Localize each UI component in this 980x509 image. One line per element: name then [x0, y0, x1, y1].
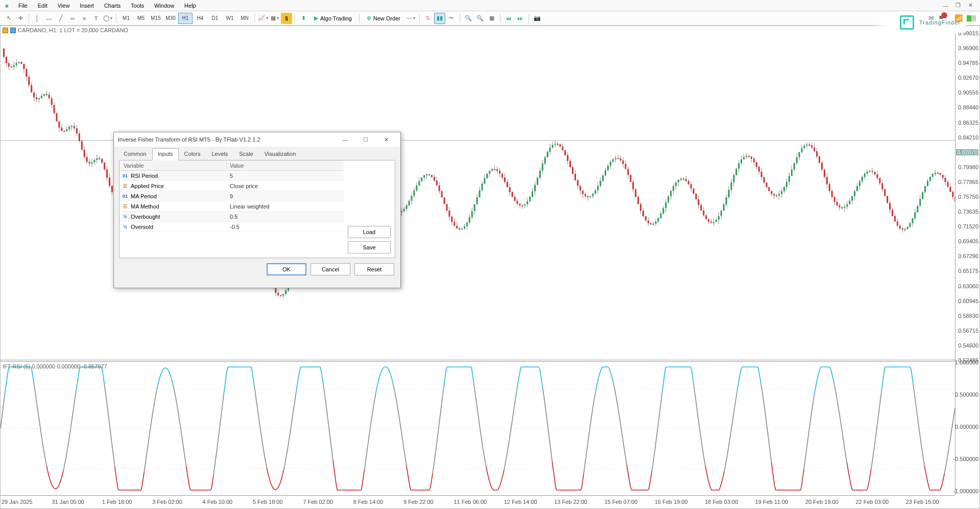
svg-line-1603: [882, 375, 883, 383]
svg-line-1019: [270, 481, 271, 484]
svg-rect-594: [748, 156, 750, 157]
timeframe-d1[interactable]: D1: [208, 13, 222, 24]
text-tool-icon[interactable]: T: [90, 13, 102, 24]
timeframe-m15[interactable]: M15: [149, 13, 163, 24]
trendline-tool-icon[interactable]: ╱: [55, 13, 66, 24]
dialog-maximize-icon[interactable]: ☐: [355, 133, 376, 146]
dollar-icon[interactable]: $: [281, 13, 292, 24]
menu-view[interactable]: View: [53, 1, 75, 10]
svg-rect-646: [814, 148, 815, 151]
shapes-tool-icon[interactable]: ◯: [102, 13, 113, 24]
time-tick: 9 Feb 22:00: [402, 496, 452, 508]
cancel-button[interactable]: Cancel: [310, 263, 350, 275]
svg-line-1240: [502, 475, 503, 479]
param-value[interactable]: 5: [227, 173, 344, 179]
tab-levels[interactable]: Levels: [206, 148, 233, 160]
tab-colors[interactable]: Colors: [179, 148, 206, 160]
load-button[interactable]: Load: [348, 226, 391, 238]
param-value[interactable]: -0.5: [227, 224, 344, 230]
cursor-tool-icon[interactable]: ↖: [3, 13, 14, 24]
menu-insert[interactable]: Insert: [75, 1, 99, 10]
svg-line-867: [111, 433, 112, 442]
input-row[interactable]: ☰MA MethodLinear weighted: [119, 201, 344, 212]
menu-charts[interactable]: Charts: [99, 1, 126, 10]
new-order-label: New Order: [373, 15, 400, 21]
tab-inputs[interactable]: Inputs: [152, 148, 179, 160]
network-icon[interactable]: 📶: [954, 14, 963, 22]
input-row[interactable]: ☰Applied PriceClose price: [119, 181, 344, 191]
dialog-close-icon[interactable]: ✕: [376, 133, 396, 146]
svg-line-915: [161, 372, 162, 374]
tab-common[interactable]: Common: [118, 148, 152, 160]
svg-line-1144: [401, 430, 402, 437]
input-row[interactable]: ½Oversold-0.5: [119, 222, 344, 232]
zoom-in-icon[interactable]: 🔍: [474, 13, 486, 24]
step-back-icon[interactable]: ⏮: [503, 13, 514, 24]
timeframe-m30[interactable]: M30: [163, 13, 178, 24]
input-row[interactable]: 01MA Period9: [119, 191, 344, 201]
svg-line-1327: [593, 400, 594, 406]
time-tick: 3 Feb 02:00: [151, 496, 201, 508]
close-icon[interactable]: ✕: [966, 2, 975, 9]
vline-tool-icon[interactable]: │: [32, 13, 43, 24]
minimize-icon[interactable]: —: [941, 2, 950, 9]
timeframe-w1[interactable]: W1: [223, 13, 237, 24]
templates-icon[interactable]: ▦: [269, 13, 280, 24]
svg-line-1141: [398, 410, 399, 417]
algo-trading-button[interactable]: ▶Algo Trading: [309, 13, 356, 24]
crosshair-tool-icon[interactable]: ✛: [15, 13, 26, 24]
fib-tool-icon[interactable]: ≡: [79, 13, 90, 24]
input-row[interactable]: 01RSI Period5: [119, 171, 344, 181]
timeframe-mn[interactable]: MN: [237, 13, 252, 24]
reset-button[interactable]: Reset: [354, 263, 394, 275]
menu-file[interactable]: File: [13, 1, 33, 10]
param-value[interactable]: Linear weighted: [227, 203, 344, 210]
menu-tools[interactable]: Tools: [126, 1, 149, 10]
param-value[interactable]: Close price: [227, 183, 344, 189]
svg-line-795: [35, 392, 36, 399]
step-fwd-icon[interactable]: ⏭: [515, 13, 526, 24]
menu-window[interactable]: Window: [149, 1, 179, 10]
tab-visualization[interactable]: Visualization: [259, 148, 302, 160]
param-value[interactable]: 9: [227, 193, 344, 199]
svg-line-1109: [365, 462, 366, 470]
mail-icon[interactable]: ✉: [928, 14, 934, 22]
channel-tool-icon[interactable]: ═: [67, 13, 78, 24]
restore-icon[interactable]: ❐: [953, 2, 963, 9]
autoscroll-icon[interactable]: ⇅: [422, 13, 434, 24]
menu-edit[interactable]: Edit: [33, 1, 53, 10]
svg-line-1035: [287, 447, 288, 453]
save-button[interactable]: Save: [348, 241, 391, 253]
input-row[interactable]: ½Overbought0.5: [119, 212, 344, 222]
grid-icon[interactable]: ▦: [486, 13, 497, 24]
indicator-pane[interactable]: [1, 361, 955, 495]
chartshift-icon[interactable]: ▮▮: [434, 13, 445, 24]
svg-line-1281: [545, 403, 546, 411]
svg-line-1135: [392, 378, 393, 382]
indicator-icon[interactable]: 〜: [446, 13, 457, 24]
camera-icon[interactable]: 📷: [532, 13, 543, 24]
dialog-minimize-icon[interactable]: —: [335, 133, 355, 146]
menu-help[interactable]: Help: [179, 1, 201, 10]
timeframe-h4[interactable]: H4: [193, 13, 207, 24]
new-order-button[interactable]: ⊕New Order: [362, 13, 405, 24]
alert-icon[interactable]: ⚑1: [938, 14, 950, 22]
tab-scale[interactable]: Scale: [233, 148, 259, 160]
timeframe-m1[interactable]: M1: [119, 13, 133, 24]
svg-line-1646: [928, 482, 929, 487]
order-type-icon[interactable]: 〰: [405, 13, 417, 24]
dialog-titlebar[interactable]: Inverse Fisher Transform of RSI MT5 - By…: [114, 132, 400, 147]
svg-line-1658: [940, 487, 941, 490]
zoom-out-icon[interactable]: 🔍: [463, 13, 474, 24]
svg-line-978: [227, 367, 228, 370]
inputs-grid[interactable]: Variable Value 01RSI Period5☰Applied Pri…: [119, 160, 344, 258]
ok-button[interactable]: OK: [267, 263, 306, 275]
svg-line-1335: [602, 367, 603, 368]
svg-line-1490: [764, 405, 765, 412]
timeframe-h1[interactable]: H1: [178, 13, 193, 24]
chart-type-icon[interactable]: 📈: [257, 13, 269, 24]
param-value[interactable]: 0.5: [227, 214, 344, 220]
hline-tool-icon[interactable]: —: [43, 13, 55, 24]
timeframe-m5[interactable]: M5: [134, 13, 148, 24]
trade-panel-icon[interactable]: ⬍: [298, 13, 309, 24]
